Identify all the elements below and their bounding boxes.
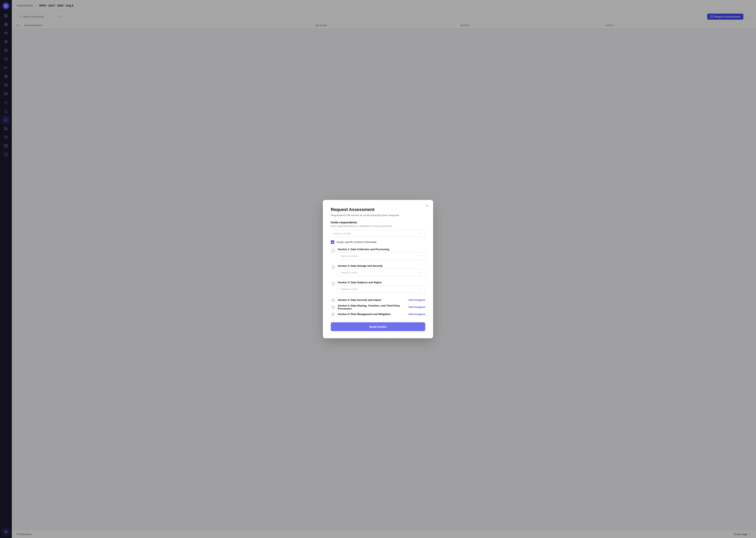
modal-overlay[interactable]: × Request Assessment Respondents will re… bbox=[0, 0, 756, 538]
section-num-2: 2 bbox=[331, 265, 336, 269]
section-1-chevron-icon bbox=[420, 254, 422, 257]
section-name-3: Section 3: Data Subjects and Rights bbox=[338, 281, 425, 284]
section-num-4: 4 bbox=[331, 298, 336, 302]
section-2-chevron-icon bbox=[420, 271, 422, 274]
section-3-dropdown[interactable]: Name or email bbox=[338, 286, 425, 293]
section-num-3: 3 bbox=[331, 281, 336, 286]
section-name-5: Section 5: Data Sharing, Transfers, and … bbox=[338, 304, 406, 310]
section-row-2: 2 Section 2: Data Storage and Security N… bbox=[331, 264, 425, 279]
section-1-placeholder: Name or email bbox=[341, 254, 357, 257]
modal-subtitle: Respondents will receive an email reques… bbox=[331, 214, 425, 217]
assign-sections-checkbox-row: Assign specific sections individually bbox=[331, 240, 425, 244]
section-2-placeholder: Name or email bbox=[341, 271, 357, 274]
section-name-1: Section 1: Data Collection and Processin… bbox=[338, 248, 425, 251]
request-assessment-modal: × Request Assessment Respondents will re… bbox=[323, 200, 433, 338]
section-name-4: Section 4: Data Security and Impact bbox=[338, 298, 406, 301]
section-row-1: 1 Section 1: Data Collection and Process… bbox=[331, 248, 425, 263]
section-num-1: 1 bbox=[331, 248, 336, 253]
section-3-placeholder: Name or email bbox=[341, 288, 357, 291]
section-3-chevron-icon bbox=[420, 288, 422, 291]
section-num-6: 6 bbox=[331, 312, 336, 317]
invite-section-title: Invite respondents bbox=[331, 221, 425, 224]
section-row-3: 3 Section 3: Data Subjects and Rights Na… bbox=[331, 281, 425, 296]
invite-respondents-section: Invite respondents Each respondent will … bbox=[331, 221, 425, 237]
checkmark-icon bbox=[331, 241, 334, 243]
section-row-4: 4 Section 4: Data Security and Impact Ad… bbox=[331, 297, 425, 302]
section-row-5: 5 Section 5: Data Sharing, Transfers, an… bbox=[331, 304, 425, 310]
invite-section-desc: Each respondent will be a collaborator o… bbox=[331, 225, 425, 228]
invite-input-placeholder: Name or email bbox=[334, 232, 351, 235]
section-num-5: 5 bbox=[331, 305, 336, 310]
assign-sections-checkbox[interactable] bbox=[331, 240, 334, 244]
assign-sections-label: Assign specific sections individually bbox=[336, 241, 376, 243]
dropdown-chevron-icon bbox=[420, 232, 422, 235]
section-5-add-assignee-button[interactable]: Add Assignee bbox=[408, 305, 425, 308]
section-2-dropdown[interactable]: Name or email bbox=[338, 269, 425, 276]
section-name-2: Section 2: Data Storage and Security bbox=[338, 264, 425, 267]
section-1-dropdown[interactable]: Name or email bbox=[338, 252, 425, 260]
section-name-6: Section 6: Risk Management and Mitigatio… bbox=[338, 313, 406, 316]
send-invites-button[interactable]: Send Invites bbox=[331, 322, 425, 331]
section-4-add-assignee-button[interactable]: Add Assignee bbox=[408, 298, 425, 301]
section-6-add-assignee-button[interactable]: Add Assignee bbox=[408, 313, 425, 316]
section-row-6: 6 Section 6: Risk Management and Mitigat… bbox=[331, 312, 425, 317]
modal-close-button[interactable]: × bbox=[424, 203, 430, 209]
modal-title: Request Assessment bbox=[331, 207, 425, 212]
invite-respondents-dropdown[interactable]: Name or email bbox=[331, 230, 425, 237]
